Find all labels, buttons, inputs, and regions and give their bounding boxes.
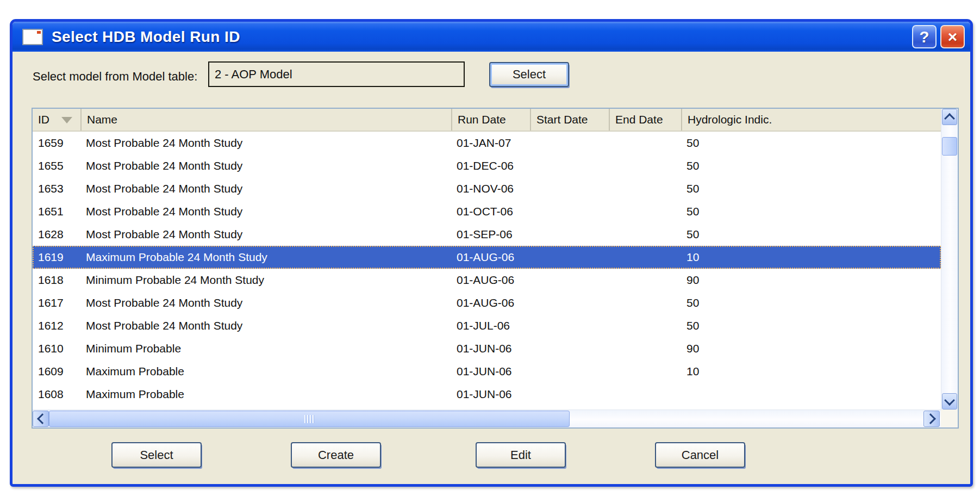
column-header-hydrologic-indicator[interactable]: Hydrologic Indic. [681, 109, 941, 131]
cell-end-date [609, 360, 681, 383]
cell-name: Maximum Probable [80, 383, 451, 406]
model-table-label: Select model from Model table: [33, 64, 197, 89]
chevron-left-icon [37, 413, 48, 424]
help-button[interactable]: ? [912, 25, 937, 48]
close-icon: × [948, 28, 958, 46]
cell-run-date: 01-AUG-06 [451, 292, 530, 314]
select-button[interactable]: Select [111, 442, 202, 468]
cell-start-date [530, 246, 609, 269]
table-row-1608[interactable]: 1608 Maximum Probable 01-JUN-06 [33, 383, 941, 406]
cell-hydrologic-indicator: 90 [681, 337, 941, 360]
cell-id: 1659 [33, 132, 80, 154]
cell-run-date: 01-DEC-06 [451, 154, 530, 177]
cell-end-date [609, 223, 681, 246]
cancel-button-label: Cancel [682, 448, 719, 462]
scroll-down-button[interactable] [942, 393, 957, 410]
table-row-1651[interactable]: 1651 Most Probable 24 Month Study 01-OCT… [33, 200, 941, 223]
cell-id: 1618 [33, 269, 80, 292]
scrollbar-corner [941, 410, 958, 427]
cell-end-date [609, 314, 681, 337]
table-row-1612[interactable]: 1612 Most Probable 24 Month Study 01-JUL… [33, 314, 941, 337]
cell-start-date [530, 154, 609, 177]
cell-id: 1612 [33, 314, 80, 337]
column-header-end-date[interactable]: End Date [609, 109, 681, 131]
thumb-grip-icon [304, 415, 315, 423]
scroll-up-button[interactable] [942, 109, 957, 125]
cell-hydrologic-indicator: 50 [681, 132, 941, 154]
horizontal-scrollbar[interactable] [33, 410, 941, 427]
close-button[interactable]: × [940, 25, 965, 48]
cell-start-date [530, 360, 609, 383]
cell-hydrologic-indicator [681, 383, 941, 406]
cell-hydrologic-indicator: 50 [681, 200, 941, 223]
vertical-scrollbar[interactable] [941, 109, 958, 410]
cell-run-date: 01-JUL-06 [451, 314, 530, 337]
cell-end-date [609, 383, 681, 406]
cell-name: Most Probable 24 Month Study [80, 132, 451, 154]
titlebar[interactable]: Select HDB Model Run ID ? × [13, 22, 970, 52]
table-row-1619-selected[interactable]: 1619 Maximum Probable 24 Month Study 01-… [33, 246, 941, 269]
table-row-1610[interactable]: 1610 Minimum Probable 01-JUN-06 90 [33, 337, 941, 360]
table-row-1617[interactable]: 1617 Most Probable 24 Month Study 01-AUG… [33, 292, 941, 314]
table-row-1653[interactable]: 1653 Most Probable 24 Month Study 01-NOV… [33, 177, 941, 200]
model-select-button[interactable]: Select [489, 62, 569, 87]
cell-id: 1619 [33, 246, 80, 269]
cell-end-date [609, 132, 681, 154]
cell-name: Most Probable 24 Month Study [80, 177, 451, 200]
cell-hydrologic-indicator: 50 [681, 292, 941, 314]
model-run-table: ID Name Run Date Start Date End Date Hyd… [32, 108, 959, 429]
dialog-content: Select model from Model table: Select ID… [13, 52, 970, 484]
cancel-button[interactable]: Cancel [655, 442, 745, 468]
cell-start-date [530, 383, 609, 406]
cell-name: Most Probable 24 Month Study [80, 292, 451, 314]
create-button[interactable]: Create [291, 442, 381, 468]
cell-end-date [609, 177, 681, 200]
table-header-row: ID Name Run Date Start Date End Date Hyd… [33, 109, 941, 132]
scroll-left-button[interactable] [33, 411, 49, 427]
horizontal-scroll-thumb[interactable] [49, 411, 570, 427]
edit-button[interactable]: Edit [476, 442, 566, 468]
table-row-1618[interactable]: 1618 Minimum Probable 24 Month Study 01-… [33, 269, 941, 292]
edit-button-label: Edit [510, 448, 531, 462]
cell-run-date: 01-NOV-06 [451, 177, 530, 200]
table-body: ID Name Run Date Start Date End Date Hyd… [33, 109, 941, 410]
column-header-run-date[interactable]: Run Date [451, 109, 530, 131]
table-row-1628[interactable]: 1628 Most Probable 24 Month Study 01-SEP… [33, 223, 941, 246]
create-button-label: Create [318, 448, 354, 462]
column-header-id[interactable]: ID [33, 109, 80, 131]
cell-id: 1610 [33, 337, 80, 360]
cell-id: 1609 [33, 360, 80, 383]
cell-start-date [530, 200, 609, 223]
cell-run-date: 01-JAN-07 [451, 132, 530, 154]
cell-hydrologic-indicator: 50 [681, 314, 941, 337]
cell-start-date [530, 314, 609, 337]
cell-hydrologic-indicator: 50 [681, 177, 941, 200]
cell-name: Most Probable 24 Month Study [80, 154, 451, 177]
cell-run-date: 01-JUN-06 [451, 383, 530, 406]
cell-id: 1655 [33, 154, 80, 177]
cell-hydrologic-indicator: 50 [681, 223, 941, 246]
select-button-label: Select [140, 448, 173, 462]
cell-run-date: 01-AUG-06 [451, 246, 530, 269]
cell-run-date: 01-JUN-06 [451, 360, 530, 383]
column-header-name[interactable]: Name [80, 109, 451, 131]
cell-end-date [609, 269, 681, 292]
table-row-1609[interactable]: 1609 Maximum Probable 01-JUN-06 10 [33, 360, 941, 383]
cell-name: Most Probable 24 Month Study [80, 314, 451, 337]
cell-start-date [530, 223, 609, 246]
column-header-start-date[interactable]: Start Date [530, 109, 609, 131]
cell-id: 1628 [33, 223, 80, 246]
cell-end-date [609, 200, 681, 223]
cell-run-date: 01-SEP-06 [451, 223, 530, 246]
scroll-right-button[interactable] [923, 411, 940, 427]
cell-end-date [609, 292, 681, 314]
window-icon [22, 29, 43, 45]
cell-id: 1651 [33, 200, 80, 223]
chevron-down-icon [944, 395, 955, 406]
table-row-1659[interactable]: 1659 Most Probable 24 Month Study 01-JAN… [33, 132, 941, 154]
vertical-scroll-thumb[interactable] [942, 137, 957, 156]
cell-run-date: 01-AUG-06 [451, 269, 530, 292]
cell-hydrologic-indicator: 10 [681, 246, 941, 269]
table-row-1655[interactable]: 1655 Most Probable 24 Month Study 01-DEC… [33, 154, 941, 177]
model-table-field[interactable] [208, 61, 465, 87]
